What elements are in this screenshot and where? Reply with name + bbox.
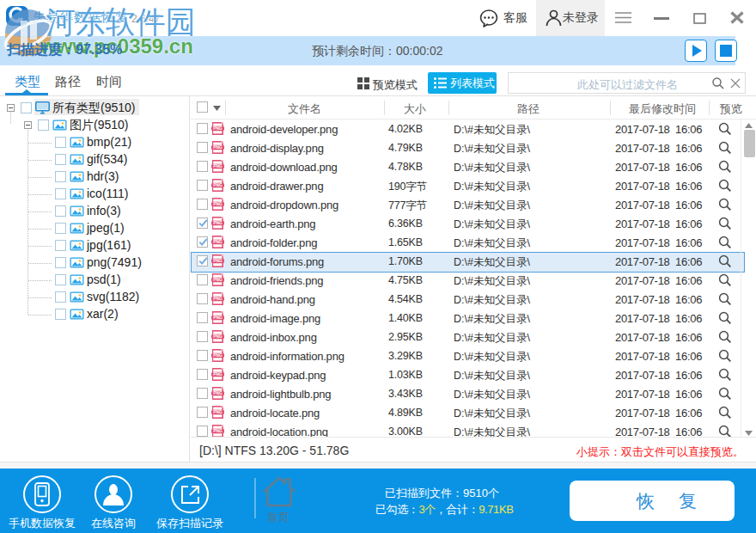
svg-text:PNG: PNG [213, 278, 223, 282]
svg-text:PNG: PNG [213, 221, 223, 225]
svg-text:PNG: PNG [213, 410, 223, 414]
svg-text:PNG: PNG [213, 240, 223, 244]
svg-text:PNG: PNG [213, 126, 223, 131]
svg-text:PNG: PNG [213, 183, 223, 187]
svg-text:PNG: PNG [213, 259, 223, 263]
svg-text:PNG: PNG [213, 202, 223, 206]
svg-text:PNG: PNG [213, 334, 223, 339]
svg-text:PNG: PNG [213, 391, 223, 395]
svg-text:PNG: PNG [213, 297, 223, 301]
svg-text:PNG: PNG [213, 372, 223, 377]
svg-text:PNG: PNG [213, 353, 223, 358]
svg-text:PNG: PNG [213, 429, 223, 433]
svg-text:PNG: PNG [213, 145, 223, 150]
svg-text:PNG: PNG [213, 316, 223, 320]
svg-text:PNG: PNG [213, 164, 223, 168]
